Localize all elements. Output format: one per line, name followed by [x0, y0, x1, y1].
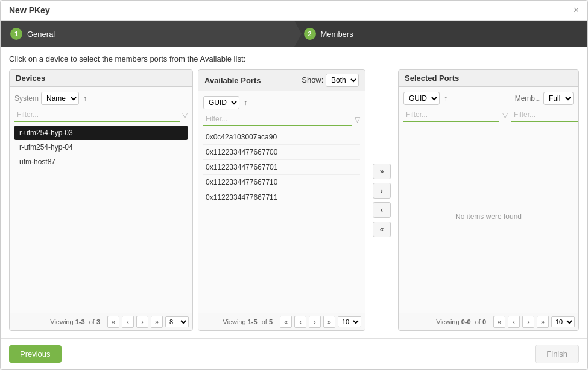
instruction-text: Click on a device to select the members … — [9, 54, 579, 63]
devices-sort-dir-button[interactable]: ↑ — [81, 94, 89, 103]
devices-filter-input[interactable] — [14, 109, 180, 122]
wizard-step-2[interactable]: 2 Members — [294, 21, 588, 47]
devices-viewing-bar: Viewing 1-3 of 3 « ‹ › » 8 10 25 — [10, 313, 192, 330]
available-panel-body: GUID ↑ ▽ 0x0c42a103007aca90 0x1122334477… — [198, 91, 365, 313]
selected-sort-dir-button[interactable]: ↑ — [442, 94, 449, 103]
available-viewing-bar: Viewing 1-5 of 5 « ‹ › » 10 25 — [198, 313, 365, 330]
sort-label: System — [14, 94, 39, 103]
wizard-step-1[interactable]: 1 General — [1, 21, 294, 47]
available-guid-select[interactable]: GUID — [203, 96, 239, 109]
transfer-panel: » › ‹ « — [370, 69, 393, 331]
selected-panel-title: Selected Ports — [405, 74, 459, 83]
port-item[interactable]: 0x1122334477667711 — [203, 190, 360, 205]
move-all-right-button[interactable]: » — [373, 164, 391, 179]
selected-filter-icon-1[interactable]: ▽ — [502, 111, 508, 120]
device-item[interactable]: r-ufm254-hyp-04 — [14, 140, 188, 155]
selected-panel: Selected Ports GUID ↑ Memb... Full — [398, 69, 579, 331]
devices-sort-select[interactable]: Name — [41, 92, 79, 105]
available-prev-page-button[interactable]: ‹ — [294, 316, 306, 328]
available-viewing-text: Viewing 1-5 of 5 — [223, 318, 275, 325]
show-label-text: Show: — [302, 75, 323, 85]
selected-viewing-text: Viewing 0-0 of 0 — [436, 318, 488, 325]
devices-next-page-button[interactable]: › — [136, 316, 148, 328]
move-all-left-button[interactable]: « — [373, 222, 391, 237]
step2-number: 2 — [304, 28, 316, 40]
port-item[interactable]: 0x0c42a103007aca90 — [203, 130, 360, 145]
devices-panel-body: System Name ↑ ▽ r-ufm254-hyp-03 r-ufm254… — [10, 87, 192, 313]
available-filter-row: ▽ — [203, 113, 360, 126]
selected-filter-input-1[interactable] — [403, 109, 499, 122]
devices-panel: Devices System Name ↑ ▽ r- — [9, 69, 193, 331]
selected-first-page-button[interactable]: « — [493, 316, 505, 328]
devices-last-page-button[interactable]: » — [151, 316, 163, 328]
dialog-header: New PKey × — [1, 1, 587, 21]
devices-first-page-button[interactable]: « — [107, 316, 119, 328]
available-filter-input[interactable] — [203, 113, 352, 126]
memb-label: Memb... — [515, 94, 541, 103]
devices-per-page-select[interactable]: 8 10 25 — [165, 316, 189, 327]
dialog: New PKey × 1 General 2 Members Click on … — [0, 0, 588, 370]
port-item[interactable]: 0x1122334477667701 — [203, 160, 360, 175]
step1-number: 1 — [10, 28, 22, 40]
available-guid-row: GUID ↑ — [203, 96, 360, 109]
devices-panel-title: Devices — [16, 74, 45, 83]
devices-list: r-ufm254-hyp-03 r-ufm254-hyp-04 ufm-host… — [14, 126, 188, 308]
show-select[interactable]: Both IB ETH — [326, 74, 359, 87]
selected-panel-header: Selected Ports — [399, 70, 578, 87]
devices-panel-header: Devices — [10, 70, 192, 87]
close-button[interactable]: × — [574, 5, 579, 15]
devices-viewing-text: Viewing 1-3 of 3 — [50, 318, 103, 325]
selected-prev-page-button[interactable]: ‹ — [508, 316, 520, 328]
available-next-page-button[interactable]: › — [309, 316, 321, 328]
show-label: Show: Both IB ETH — [302, 74, 359, 87]
selected-per-page-select[interactable]: 10 25 — [551, 316, 575, 327]
available-panel-title: Available Ports — [204, 76, 261, 85]
selected-panel-body: GUID ↑ Memb... Full ▽ ▽ — [399, 87, 578, 313]
available-first-page-button[interactable]: « — [280, 316, 292, 328]
available-panel-header: Available Ports Show: Both IB ETH — [198, 70, 365, 91]
step2-label: Members — [321, 30, 353, 39]
selected-filter-input-2[interactable] — [511, 109, 578, 122]
panels-container: Devices System Name ↑ ▽ r- — [9, 69, 579, 331]
step1-arrow — [294, 21, 302, 47]
device-item[interactable]: ufm-host87 — [14, 155, 188, 169]
device-item[interactable]: r-ufm254-hyp-03 — [14, 126, 188, 140]
available-sort-dir-button[interactable]: ↑ — [242, 98, 249, 107]
available-panel: Available Ports Show: Both IB ETH GUID — [198, 69, 365, 331]
dialog-title: New PKey — [9, 5, 50, 15]
available-per-page-select[interactable]: 10 25 — [338, 316, 361, 327]
content-area: Click on a device to select the members … — [1, 47, 587, 338]
devices-sort-row: System Name ↑ — [14, 92, 188, 105]
wizard-steps: 1 General 2 Members — [1, 21, 587, 47]
selected-next-page-button[interactable]: › — [522, 316, 534, 328]
devices-filter-icon[interactable]: ▽ — [182, 111, 188, 120]
dialog-footer: Previous Finish — [1, 338, 587, 369]
move-left-button[interactable]: ‹ — [373, 202, 391, 218]
selected-guid-row: GUID ↑ Memb... Full — [403, 92, 574, 105]
port-item[interactable]: 0x1122334477667700 — [203, 145, 360, 160]
available-port-list: 0x0c42a103007aca90 0x1122334477667700 0x… — [203, 130, 360, 308]
memb-select[interactable]: Full — [543, 92, 574, 105]
finish-button[interactable]: Finish — [535, 345, 579, 363]
selected-guid-select[interactable]: GUID — [403, 92, 440, 105]
devices-filter-row: ▽ — [14, 109, 188, 122]
port-item[interactable]: 0x1122334477667710 — [203, 175, 360, 190]
devices-prev-page-button[interactable]: ‹ — [122, 316, 134, 328]
selected-last-page-button[interactable]: » — [537, 316, 549, 328]
previous-button[interactable]: Previous — [9, 345, 62, 363]
available-filter-icon[interactable]: ▽ — [355, 115, 360, 124]
available-last-page-button[interactable]: » — [323, 316, 335, 328]
no-items-text: No items were found — [403, 126, 574, 308]
move-right-button[interactable]: › — [373, 183, 391, 199]
selected-viewing-bar: Viewing 0-0 of 0 « ‹ › » 10 25 — [399, 313, 578, 330]
selected-filter-row: ▽ ▽ — [403, 109, 574, 122]
step1-label: General — [27, 30, 55, 39]
